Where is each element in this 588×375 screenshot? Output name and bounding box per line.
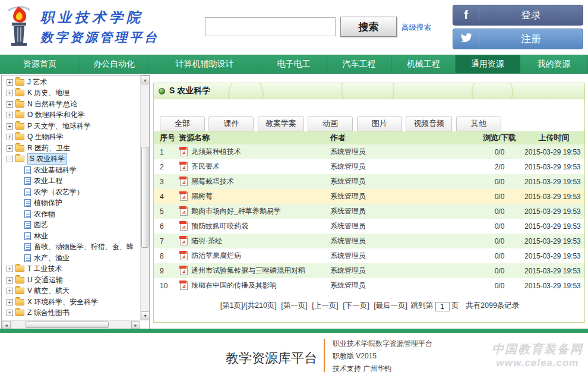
resource-link[interactable]: 防治苹果腐烂病 [179, 251, 330, 261]
watermark-url: www.celea.com [492, 357, 583, 369]
cell-no: 8 [154, 252, 179, 260]
expand-icon[interactable]: + [7, 299, 13, 305]
tree-child-item[interactable]: 植物保护 [3, 198, 140, 209]
tree-child-item[interactable]: 农学（农艺学） [3, 187, 140, 198]
tree-item[interactable]: +O 数理科学和化学 [3, 110, 140, 121]
resource-link[interactable]: 黑树莓 [179, 191, 330, 201]
resource-name: 预防蚊虱叮咬药袋 [191, 221, 248, 231]
tree-child-item[interactable]: 水产、渔业 [3, 253, 140, 264]
tree-child-item[interactable]: 园艺 [3, 220, 140, 231]
pdf-icon [180, 162, 188, 171]
jump-label-suffix: 页 [451, 301, 459, 310]
resource-name: 龙须菜种植技术 [191, 147, 241, 157]
vertical-scroll-thumb[interactable] [141, 147, 148, 248]
resource-link[interactable]: 预防蚊虱叮咬药袋 [179, 221, 330, 231]
last-page-link[interactable]: [最后一页] [374, 301, 407, 310]
nav-item-office-automation[interactable]: 办公自动化 [80, 55, 148, 73]
tree-child-item[interactable]: 农业工程 [3, 176, 140, 187]
scroll-left-icon[interactable]: ◄ [2, 321, 11, 329]
tab-all[interactable]: 全部 [160, 116, 205, 131]
tree-child-item[interactable]: 畜牧、动物医学、狩猎、蚕、蜂 [3, 242, 140, 253]
tree-item[interactable]: +P 天文学、地球科学 [3, 121, 140, 132]
nav-item-automotive[interactable]: 汽车工程 [327, 55, 392, 73]
tree-item-selected[interactable]: −S 农业科学 [3, 154, 140, 165]
advanced-search-link[interactable]: 高级搜索 [402, 23, 431, 33]
tab-courseware[interactable]: 课件 [208, 116, 254, 131]
tree-item[interactable]: +X 环境科学、安全科学 [3, 297, 140, 308]
expand-icon[interactable]: + [7, 266, 13, 272]
tree-item[interactable]: +N 自然科学总论 [3, 99, 140, 110]
resource-link[interactable]: 齐民要术 [179, 162, 330, 172]
nav-item-general-resources[interactable]: 通用资源 [456, 55, 520, 73]
tree-item[interactable]: +T 工业技术 [3, 264, 140, 275]
search-input[interactable] [205, 17, 336, 36]
expand-icon[interactable]: + [7, 277, 13, 283]
col-header-date: 上传时间 [523, 133, 584, 143]
next-page-link[interactable]: [下一页] [343, 301, 369, 310]
total-records: 共有2099条记录 [466, 301, 519, 310]
section-bullet-icon [159, 88, 165, 94]
login-button[interactable]: f 登录 [453, 5, 583, 26]
footer: 教学资源库平台 职业技术学院数字资源管理平台 职教版 V2015 技术支持 广州… [0, 333, 588, 375]
jump-page-input[interactable] [435, 302, 450, 311]
tree-item[interactable]: +J 艺术 [3, 77, 140, 88]
tree-child-item[interactable]: 林业 [3, 231, 140, 242]
expand-icon[interactable]: + [7, 310, 13, 316]
decor-circle [472, 83, 513, 99]
horizontal-scrollbar[interactable]: ◄ ► [2, 320, 140, 329]
collapse-icon[interactable]: − [7, 156, 13, 162]
scroll-down-icon[interactable]: ▼ [141, 311, 150, 320]
tree-item[interactable]: +V 航空、航天 [3, 286, 140, 297]
tab-lesson-plans[interactable]: 教案学案 [258, 116, 304, 131]
prev-page-link[interactable]: [上一页] [312, 301, 338, 310]
register-button[interactable]: 注册 [453, 29, 583, 49]
tree-child-item[interactable]: 农业基础科学 [3, 165, 140, 176]
scroll-right-icon[interactable]: ► [131, 321, 140, 329]
table-body: 1龙须菜种植技术系统管理员0/02015-03-29 19:53 2齐民要术系统… [154, 144, 584, 293]
resource-link[interactable]: 陆羽-茶经 [179, 236, 330, 246]
footer-info-line: 职业技术学院数字资源管理平台 [333, 338, 432, 350]
tree-item[interactable]: +Z 综合性图书 [3, 308, 140, 319]
pdf-icon [180, 177, 188, 186]
resource-link[interactable]: 黑莓栽培技术 [179, 177, 330, 187]
expand-icon[interactable]: + [7, 145, 13, 152]
resource-link[interactable]: 龙须菜种植技术 [179, 147, 330, 157]
resource-link[interactable]: 辣椒在中国的传播及其影响 [179, 281, 330, 291]
tree-item-label: 园艺 [34, 220, 48, 230]
expand-icon[interactable]: + [7, 101, 13, 108]
tree-item[interactable]: +R 医药、卫生 [3, 143, 140, 154]
expand-icon[interactable]: + [7, 112, 13, 118]
expand-icon[interactable]: + [7, 123, 13, 130]
expand-icon[interactable]: + [7, 79, 13, 86]
jump-label-prefix: 跳到第 [411, 301, 434, 310]
page-info: [第1页]/[共210页] [220, 301, 277, 310]
search-button[interactable]: 搜索 [340, 17, 397, 37]
expand-icon[interactable]: + [7, 134, 13, 140]
tab-images[interactable]: 图片 [357, 116, 402, 131]
tree-item[interactable]: +Q 生物科学 [3, 132, 140, 143]
vertical-scrollbar[interactable]: ▲ ▼ [140, 75, 149, 320]
horizontal-scroll-thumb[interactable] [26, 322, 109, 328]
tree-item[interactable]: +K 历史、地理 [3, 88, 140, 99]
tree-child-item[interactable]: 农作物 [3, 209, 140, 220]
nav-item-mechanical[interactable]: 机械工程 [392, 55, 456, 73]
col-header-no: 序号 [154, 133, 179, 143]
tree-item[interactable]: +U 交通运输 [3, 275, 140, 286]
first-page-link[interactable]: [第一页] [281, 301, 307, 310]
folder-icon [15, 134, 24, 140]
expand-icon[interactable]: + [7, 90, 13, 96]
tab-audio-video[interactable]: 视频音频 [406, 116, 452, 131]
table-header: 序号 资源名称 作者 浏览/下载 上传时间 [154, 131, 584, 144]
folder-icon [15, 90, 24, 96]
tab-animation[interactable]: 动画 [308, 116, 353, 131]
main-nav: 资源首页 办公自动化 计算机辅助设计 电子电工 汽车工程 机械工程 通用资源 我… [0, 55, 588, 74]
scroll-up-icon[interactable]: ▲ [141, 75, 150, 84]
resource-link[interactable]: 通州市试验氟铃脲与三唑磷混用对稻 [179, 266, 330, 276]
tab-other[interactable]: 其他 [456, 116, 501, 131]
resource-link[interactable]: 鹅肉市场向好_种草养鹅易学 [179, 206, 330, 216]
nav-item-my-resources[interactable]: 我的资源 [520, 55, 588, 73]
nav-item-cad[interactable]: 计算机辅助设计 [148, 55, 261, 73]
nav-item-home[interactable]: 资源首页 [0, 55, 80, 73]
nav-item-electronics[interactable]: 电子电工 [261, 55, 327, 73]
expand-icon[interactable]: + [7, 288, 13, 294]
